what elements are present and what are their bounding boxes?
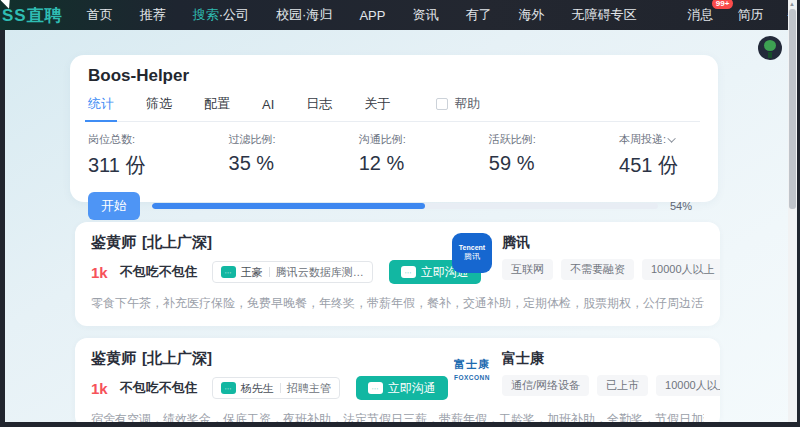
nav-search-label: 搜索 xyxy=(193,7,219,22)
nav-company-label: ·公司 xyxy=(219,7,249,22)
progress-fill xyxy=(152,203,425,209)
job-city: [北上广深] xyxy=(142,233,212,250)
browser-window: SS直聘 首页 推荐 搜索·公司 校园·海归 APP 资讯 有了 海外 无障碍专… xyxy=(0,0,800,427)
tab-stats[interactable]: 统计 xyxy=(88,95,114,113)
chip-divider xyxy=(280,383,281,393)
tab-ai[interactable]: AI xyxy=(262,97,274,112)
help-checkbox[interactable] xyxy=(436,98,448,110)
nav-item-recommend[interactable]: 推荐 xyxy=(140,6,166,24)
stat-chat-ratio: 沟通比例: 12 % xyxy=(359,132,406,179)
company-tag: 10000人以上 xyxy=(656,375,720,396)
window-edge-left xyxy=(0,30,5,427)
nav-item-accessibility[interactable]: 无障碍专区 xyxy=(571,6,636,24)
company-block: 富士康FOXCONN 富士康 通信/网络设备 已上市 10000人以上 xyxy=(452,349,720,396)
company-tag: 不需要融资 xyxy=(561,259,634,280)
helper-panel: Boos-Helper 统计 筛选 配置 AI 日志 关于 帮助 岗位总数: 3… xyxy=(70,55,718,202)
stat-filter-ratio: 过滤比例: 35 % xyxy=(229,132,276,179)
progress-percent: 54% xyxy=(670,200,700,212)
recruiter-name: 王豪 xyxy=(241,265,263,280)
extension-avatar[interactable] xyxy=(758,36,782,60)
chat-bubble-icon: ⋯ xyxy=(221,266,236,278)
nav-item-app[interactable]: APP xyxy=(359,8,385,23)
recruiter-role: 腾讯云数据库测… xyxy=(276,265,364,280)
company-logo: Tencent腾讯 xyxy=(452,233,492,273)
company-logo: 富士康FOXCONN xyxy=(452,349,492,389)
job-requirement: 不包吃不包住 xyxy=(120,263,198,281)
nav-item-news[interactable]: 资讯 xyxy=(412,6,438,24)
nav-item-youle[interactable]: 有了 xyxy=(465,6,491,24)
company-tags: 互联网 不需要融资 10000人以上 xyxy=(502,259,720,280)
job-benefits: 零食下午茶，补充医疗保险，免费早晚餐，年终奖，带薪年假，餐补，交通补助，定期体检… xyxy=(91,295,704,312)
controls-row: 开始 54% xyxy=(88,192,700,220)
company-tag: 互联网 xyxy=(502,259,553,280)
nav-item-home[interactable]: 首页 xyxy=(87,6,113,24)
company-tags: 通信/网络设备 已上市 10000人以上 xyxy=(502,375,720,396)
start-button[interactable]: 开始 xyxy=(88,192,140,220)
chat-bubble-icon: ⋯ xyxy=(221,382,236,394)
nav-right-group: 消息99+ 简历 牛马 xyxy=(663,4,800,26)
job-city: [北上广深] xyxy=(142,349,212,366)
tab-log[interactable]: 日志 xyxy=(306,95,332,113)
scrollbar-thumb[interactable] xyxy=(789,9,796,209)
job-card: 鉴黄师[北上广深] 1k 不包吃不包住 ⋯ 王豪 腾讯云数据库测… ⋯立即沟通 … xyxy=(75,222,720,326)
job-name: 鉴黄师 xyxy=(91,233,136,250)
recruiter-name: 杨先生 xyxy=(241,381,274,396)
salary-text: 1k xyxy=(91,264,108,281)
chevron-down-icon[interactable] xyxy=(667,134,675,142)
page-background: Boos-Helper 统计 筛选 配置 AI 日志 关于 帮助 岗位总数: 3… xyxy=(0,30,800,427)
recruiter-chip[interactable]: ⋯ 王豪 腾讯云数据库测… xyxy=(212,261,373,283)
window-edge-bottom xyxy=(0,422,800,427)
tab-about[interactable]: 关于 xyxy=(364,95,390,113)
chip-divider xyxy=(269,267,270,277)
weekly-sent-label: 本周投递: xyxy=(619,133,666,145)
chat-bubble-icon: ⋯ xyxy=(368,382,383,394)
chat-bubble-icon: ⋯ xyxy=(401,266,416,278)
tab-filter[interactable]: 筛选 xyxy=(146,95,172,113)
nav-item-overseas[interactable]: 海外 xyxy=(518,6,544,24)
progress-bar xyxy=(152,203,658,209)
vertical-scrollbar[interactable]: ▲ xyxy=(788,0,797,422)
top-navbar: SS直聘 首页 推荐 搜索·公司 校园·海归 APP 资讯 有了 海外 无障碍专… xyxy=(0,0,800,30)
scroll-up-icon[interactable]: ▲ xyxy=(789,1,795,7)
chat-now-button[interactable]: ⋯立即沟通 xyxy=(356,376,448,400)
nav-item-resume[interactable]: 简历 xyxy=(737,6,763,24)
help-toggle[interactable]: 帮助 xyxy=(436,95,480,113)
nav-item-search-company[interactable]: 搜索·公司 xyxy=(193,6,249,24)
stat-weekly-sent: 本周投递: 451 份 xyxy=(619,132,678,179)
company-tag: 通信/网络设备 xyxy=(502,375,589,396)
stat-active-ratio: 活跃比例: 59 % xyxy=(489,132,536,179)
message-count-badge: 99+ xyxy=(712,0,734,9)
salary-text: 1k xyxy=(91,380,108,397)
tree-trunk xyxy=(768,52,772,58)
help-label: 帮助 xyxy=(454,95,480,113)
panel-title: Boos-Helper xyxy=(88,66,700,86)
messages-label: 消息 xyxy=(687,7,713,22)
company-name[interactable]: 腾讯 xyxy=(502,234,720,252)
company-tag: 已上市 xyxy=(597,375,648,396)
nav-menu: 首页 推荐 搜索·公司 校园·海归 APP 资讯 有了 海外 无障碍专区 xyxy=(87,6,664,24)
company-block: Tencent腾讯 腾讯 互联网 不需要融资 10000人以上 xyxy=(452,233,720,280)
stat-total-jobs: 岗位总数: 311 份 xyxy=(88,132,145,179)
recruiter-role: 招聘主管 xyxy=(287,381,331,396)
job-name: 鉴黄师 xyxy=(91,349,136,366)
job-requirement: 不包吃不包住 xyxy=(120,379,198,397)
recruiter-chip[interactable]: ⋯ 杨先生 招聘主管 xyxy=(212,377,340,399)
tree-icon xyxy=(764,40,776,51)
nav-item-messages[interactable]: 消息99+ xyxy=(687,6,713,24)
chat-now-label: 立即沟通 xyxy=(388,380,436,397)
stats-row: 岗位总数: 311 份 过滤比例: 35 % 沟通比例: 12 % 活跃比例: … xyxy=(88,132,700,179)
tab-bar: 统计 筛选 配置 AI 日志 关于 帮助 xyxy=(88,95,700,122)
nav-item-campus[interactable]: 校园·海归 xyxy=(276,6,332,24)
tab-config[interactable]: 配置 xyxy=(204,95,230,113)
company-name[interactable]: 富士康 xyxy=(502,350,720,368)
company-tag: 10000人以上 xyxy=(642,259,720,280)
job-card: 鉴黄师[北上广深] 1k 不包吃不包住 ⋯ 杨先生 招聘主管 ⋯立即沟通 富士康… xyxy=(75,338,720,427)
